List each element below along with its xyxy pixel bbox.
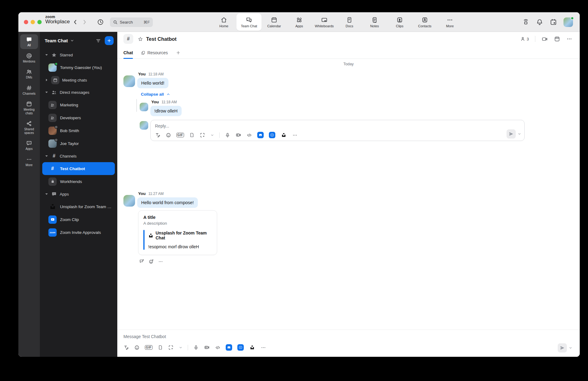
back-button[interactable]	[73, 18, 78, 26]
tab-docs[interactable]: Docs	[337, 13, 362, 31]
message-input[interactable]	[123, 334, 460, 339]
forward-button[interactable]	[82, 18, 87, 26]
record-video-icon[interactable]	[204, 345, 210, 350]
mic-icon[interactable]	[225, 132, 230, 138]
attach-file-icon[interactable]	[158, 345, 163, 350]
calendar-icon	[271, 17, 277, 23]
toolbar-more-options-icon[interactable]	[292, 132, 298, 138]
sidebar-item-zoom-invite-approvals-app[interactable]: zoom Zoom Invite Approvals	[42, 226, 115, 239]
toolbar-more-options-icon[interactable]	[261, 345, 266, 350]
rail-item-channels[interactable]: Channels	[20, 83, 38, 97]
code-snippet-icon[interactable]	[215, 345, 221, 350]
add-chat-button[interactable]	[105, 36, 114, 45]
sidebar-section-apps[interactable]: Apps	[42, 188, 115, 200]
emoji-icon[interactable]	[166, 132, 171, 138]
rooms-icon[interactable]	[522, 18, 530, 26]
message-time: 11:27 AM	[149, 192, 164, 196]
search-input[interactable]: Search ⌘F	[110, 17, 153, 27]
sidebar-item-workfriends[interactable]: Workfriends	[42, 175, 115, 188]
rail-item-dms[interactable]: DMs	[20, 67, 38, 81]
mic-icon[interactable]	[193, 345, 199, 350]
unsplash-app-icon[interactable]	[249, 344, 255, 351]
history-icon[interactable]	[96, 18, 104, 26]
screenshot-icon[interactable]	[200, 132, 205, 138]
tab-chat[interactable]: Chat	[123, 50, 133, 59]
collapse-all-link[interactable]: Collapse all	[141, 92, 580, 97]
sidebar-section-channels[interactable]: # Channels	[42, 150, 115, 162]
start-video-meeting-icon[interactable]	[541, 36, 548, 42]
screenshot-dropdown-chevron[interactable]	[210, 133, 214, 137]
star-outline-icon[interactable]	[138, 36, 143, 42]
unsplash-app-icon[interactable]	[281, 132, 287, 138]
zoom-meeting-app-icon[interactable]	[257, 132, 264, 138]
sidebar-section-meeting-chats[interactable]: Meeting chats	[42, 74, 115, 86]
channel-more-options-icon[interactable]	[566, 36, 572, 42]
zoom-clips-app-icon[interactable]	[269, 132, 275, 138]
members-button[interactable]: 3	[520, 36, 529, 42]
format-icon[interactable]	[155, 132, 160, 138]
profile-avatar[interactable]	[564, 17, 573, 27]
rail-item-shared-spaces[interactable]: Shared spaces	[20, 118, 38, 136]
sidebar-item-tommy-gaessler[interactable]: Tommy Gaessler (You)	[42, 61, 115, 74]
message-more-options-icon[interactable]	[158, 259, 163, 264]
emoji-icon[interactable]	[134, 345, 140, 350]
reply-in-thread-icon[interactable]	[139, 259, 145, 264]
rail-item-mentions[interactable]: Mentions	[20, 51, 38, 65]
fullscreen-window-button[interactable]	[37, 20, 42, 24]
notifications-bell-icon[interactable]	[536, 18, 543, 26]
tab-apps[interactable]: Apps	[287, 13, 312, 31]
rail-item-apps[interactable]: Apps	[20, 138, 38, 153]
send-options-chevron[interactable]	[569, 346, 572, 350]
composer-toolbar: GIF	[123, 344, 572, 351]
send-reply-button[interactable]	[507, 129, 516, 139]
whiteboards-icon	[321, 17, 328, 23]
message-composer[interactable]: GIF	[117, 330, 580, 357]
send-message-button[interactable]	[558, 343, 567, 352]
sidebar-item-marketing[interactable]: Marketing	[42, 98, 115, 111]
sidebar-item-joe-taylor[interactable]: Joe Taylor	[42, 137, 115, 150]
add-reaction-icon[interactable]	[149, 259, 154, 264]
tab-whiteboards[interactable]: Whiteboards	[312, 13, 337, 31]
app-window: zoom Workplace Search ⌘F Home Team Chat	[18, 12, 580, 357]
add-tab-button[interactable]	[176, 50, 181, 59]
rail-item-more[interactable]: More	[20, 154, 38, 169]
send-options-chevron[interactable]	[518, 132, 521, 136]
tab-notes[interactable]: Notes	[362, 13, 387, 31]
schedule-calendar-icon[interactable]	[550, 18, 557, 26]
sidebar-item-developers[interactable]: Developers	[42, 111, 115, 124]
reply-compose-box[interactable]: GIF	[150, 120, 525, 141]
sidebar-item-bob-smith[interactable]: Bob Smith	[42, 124, 115, 137]
record-video-icon[interactable]	[236, 132, 241, 138]
reply-input[interactable]	[155, 124, 400, 128]
sidebar-title[interactable]: Team Chat	[45, 38, 68, 43]
tab-contacts[interactable]: Contacts	[412, 13, 437, 31]
attach-file-icon[interactable]	[189, 132, 194, 138]
code-snippet-icon[interactable]	[247, 132, 252, 138]
sidebar-item-zoom-clip-app[interactable]: Zoom Clip	[42, 213, 115, 226]
tab-clips[interactable]: Clips	[387, 13, 412, 31]
sidebar-item-test-chatbot[interactable]: # Test Chatbot	[42, 162, 115, 175]
tab-calendar[interactable]: Calendar	[262, 13, 287, 31]
zoom-clips-app-icon[interactable]	[237, 344, 244, 351]
tab-team-chat[interactable]: Team Chat	[236, 13, 262, 31]
sidebar-section-direct-messages[interactable]: Direct messages	[42, 86, 115, 98]
schedule-meeting-icon[interactable]	[554, 36, 560, 42]
screenshot-dropdown-chevron[interactable]	[179, 346, 183, 349]
rail-item-meeting-chats[interactable]: Meeting chats	[20, 99, 38, 117]
minimize-window-button[interactable]	[31, 20, 35, 24]
filter-icon[interactable]	[96, 38, 101, 44]
tab-home[interactable]: Home	[211, 13, 236, 31]
tab-more[interactable]: More	[437, 13, 462, 31]
screenshot-icon[interactable]	[168, 345, 174, 350]
tab-resources[interactable]: Resources	[141, 50, 168, 59]
rail-item-all[interactable]: All	[20, 34, 38, 49]
chevron-down-icon[interactable]	[70, 39, 74, 43]
message-list[interactable]: Today You 11:18 AM Hello world! Collapse…	[117, 59, 580, 330]
sidebar-section-starred[interactable]: Starred	[42, 49, 115, 61]
gif-button[interactable]: GIF	[176, 133, 184, 137]
gif-button[interactable]: GIF	[145, 345, 153, 350]
format-icon[interactable]	[123, 345, 129, 350]
zoom-meeting-app-icon[interactable]	[226, 344, 232, 351]
close-window-button[interactable]	[24, 20, 28, 24]
sidebar-item-unsplash-app[interactable]: Unsplash for Zoom Team C...	[42, 200, 115, 213]
